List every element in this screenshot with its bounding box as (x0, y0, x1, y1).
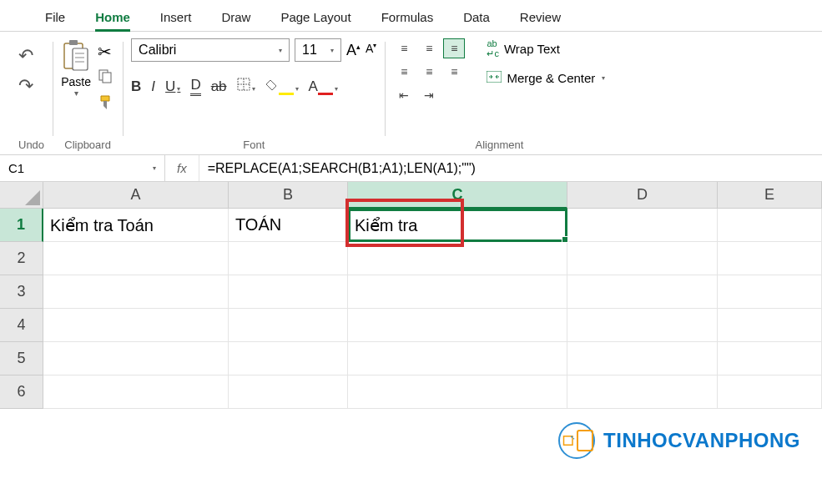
tab-insert[interactable]: Insert (145, 5, 207, 31)
cut-icon[interactable]: ✂ (98, 42, 114, 62)
tab-draw[interactable]: Draw (206, 5, 265, 31)
paste-dropdown-icon[interactable]: ▾ (74, 88, 78, 98)
cell-D2[interactable] (567, 242, 718, 275)
cell-C6[interactable] (348, 375, 567, 409)
watermark: TINHOCVANPHONG (558, 422, 800, 459)
paste-label: Paste (61, 75, 91, 88)
cell-B2[interactable] (229, 242, 348, 275)
svg-rect-7 (103, 73, 111, 83)
row-header-3[interactable]: 3 (0, 275, 43, 309)
cell-B6[interactable] (229, 375, 348, 409)
cell-D6[interactable] (567, 375, 718, 409)
borders-button[interactable]: ▾ (237, 78, 255, 95)
cell-C3[interactable] (348, 275, 567, 309)
italic-button[interactable]: I (151, 78, 155, 95)
cell-D3[interactable] (567, 275, 718, 309)
cell-A1[interactable]: Kiểm tra Toán (43, 209, 229, 242)
svg-rect-11 (487, 71, 502, 83)
orientation-icon[interactable] (443, 85, 465, 105)
svg-rect-2 (73, 48, 88, 70)
underline-button[interactable]: U▾ (165, 78, 180, 95)
strikethrough-button[interactable]: ab (211, 78, 227, 95)
cell-B4[interactable] (229, 309, 348, 342)
cell-E6[interactable] (718, 375, 822, 409)
merge-center-button[interactable]: Merge & Center ▾ (487, 71, 605, 85)
copy-icon[interactable] (98, 68, 114, 88)
cell-B1[interactable]: TOÁN (229, 209, 348, 242)
cell-D5[interactable] (567, 342, 718, 375)
col-header-E[interactable]: E (718, 182, 822, 209)
cell-E1[interactable] (718, 209, 822, 242)
align-top-left-icon[interactable]: ≡ (393, 38, 415, 58)
group-label-alignment: Alignment (393, 137, 605, 151)
tab-home[interactable]: Home (80, 5, 145, 31)
cell-C5[interactable] (348, 342, 567, 375)
cell-E3[interactable] (718, 275, 822, 309)
format-painter-icon[interactable] (98, 94, 114, 115)
decrease-font-icon[interactable]: A▾ (366, 42, 376, 59)
cell-D4[interactable] (567, 309, 718, 342)
align-top-right-icon[interactable]: ≡ (443, 38, 465, 58)
font-name-select[interactable]: Calibri▾ (131, 38, 290, 62)
col-header-B[interactable]: B (229, 182, 348, 209)
group-label-clipboard: Clipboard (61, 137, 114, 151)
cell-E5[interactable] (718, 342, 822, 375)
undo-icon[interactable]: ↶ (18, 45, 33, 67)
decrease-indent-icon[interactable]: ⇤ (393, 85, 415, 105)
align-mid-center-icon[interactable]: ≡ (418, 62, 440, 82)
row-header-6[interactable]: 6 (0, 375, 43, 409)
col-header-A[interactable]: A (43, 182, 229, 209)
tab-data[interactable]: Data (448, 5, 505, 31)
align-mid-right-icon[interactable]: ≡ (443, 62, 465, 82)
cell-A5[interactable] (43, 342, 229, 375)
cell-E4[interactable] (718, 309, 822, 342)
svg-rect-1 (69, 40, 78, 45)
formula-bar: C1▾ fx (0, 155, 822, 182)
row-header-1[interactable]: 1 (0, 209, 43, 242)
spreadsheet-grid: A B C D E 1 Kiểm tra Toán TOÁN Kiểm tra … (0, 182, 822, 409)
align-top-center-icon[interactable]: ≡ (418, 38, 440, 58)
cell-A3[interactable] (43, 275, 229, 309)
font-size-select[interactable]: 11▾ (295, 38, 341, 62)
paste-button[interactable]: Paste ▾ (61, 38, 91, 98)
increase-indent-icon[interactable]: ⇥ (418, 85, 440, 105)
increase-font-icon[interactable]: A▴ (346, 42, 361, 59)
cell-E2[interactable] (718, 242, 822, 275)
svg-point-13 (571, 436, 572, 437)
cell-C4[interactable] (348, 309, 567, 342)
select-all-corner[interactable] (0, 182, 43, 209)
watermark-text: TINHOCVANPHONG (603, 429, 800, 452)
double-underline-button[interactable]: D (190, 77, 200, 96)
fill-color-button[interactable]: ▾ (265, 78, 299, 95)
merge-icon (487, 71, 502, 85)
cell-A6[interactable] (43, 375, 229, 409)
formula-input[interactable] (199, 155, 822, 181)
bold-button[interactable]: B (131, 78, 141, 95)
tab-review[interactable]: Review (505, 5, 576, 31)
cell-B5[interactable] (229, 342, 348, 375)
cell-C2[interactable] (348, 242, 567, 275)
svg-point-14 (573, 438, 575, 440)
col-header-D[interactable]: D (567, 182, 718, 209)
redo-icon[interactable]: ↷ (18, 75, 33, 97)
wrap-text-button[interactable]: ab↵c Wrap Text (487, 38, 605, 59)
name-box[interactable]: C1▾ (0, 155, 165, 181)
row-header-4[interactable]: 4 (0, 309, 43, 342)
group-alignment: ≡ ≡ ≡ ≡ ≡ ≡ ⇤ ⇥ ab↵c Wrap Text Merge & C… (385, 38, 613, 151)
font-color-button[interactable]: A▾ (309, 78, 338, 95)
group-label-undo: Undo (18, 137, 44, 151)
cell-C1[interactable]: Kiểm tra (348, 209, 567, 242)
cell-A2[interactable] (43, 242, 229, 275)
tab-formulas[interactable]: Formulas (366, 5, 449, 31)
cell-B3[interactable] (229, 275, 348, 309)
cell-D1[interactable] (567, 209, 718, 242)
row-header-2[interactable]: 2 (0, 242, 43, 275)
col-header-C[interactable]: C (348, 182, 567, 209)
tab-file[interactable]: File (30, 5, 80, 31)
cell-A4[interactable] (43, 309, 229, 342)
fx-icon[interactable]: fx (165, 155, 199, 181)
group-label-font: Font (131, 137, 376, 151)
tab-page-layout[interactable]: Page Layout (265, 5, 366, 31)
row-header-5[interactable]: 5 (0, 342, 43, 375)
align-mid-left-icon[interactable]: ≡ (393, 62, 415, 82)
